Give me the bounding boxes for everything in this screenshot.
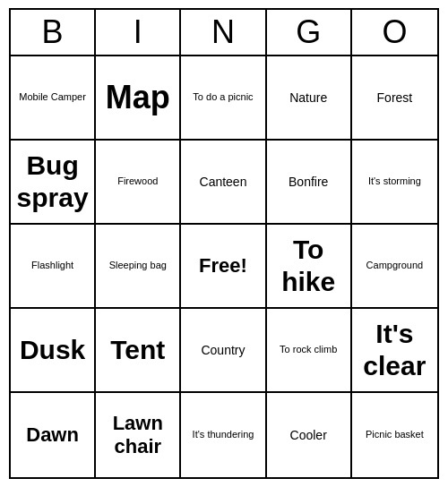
cell-text-1: Map [106, 78, 170, 116]
header-letter-i: I [96, 10, 181, 55]
cell-text-17: Country [201, 343, 245, 358]
bingo-cell-16[interactable]: Tent [96, 309, 181, 393]
header-letter-n: N [181, 10, 266, 55]
cell-text-16: Tent [110, 334, 165, 366]
header-letter-o: O [352, 10, 437, 55]
cell-text-23: Cooler [290, 428, 327, 443]
bingo-cell-12[interactable]: Free! [181, 225, 266, 309]
bingo-cell-21[interactable]: Lawn chair [96, 393, 181, 477]
cell-text-6: Firewood [117, 175, 158, 187]
bingo-cell-22[interactable]: It's thundering [181, 393, 266, 477]
cell-text-2: To do a picnic [193, 91, 253, 103]
bingo-cell-24[interactable]: Picnic basket [352, 393, 437, 477]
bingo-cell-3[interactable]: Nature [267, 56, 352, 141]
bingo-cell-15[interactable]: Dusk [11, 309, 96, 393]
bingo-cell-6[interactable]: Firewood [96, 141, 181, 225]
cell-text-12: Free! [199, 254, 247, 278]
cell-text-14: Campground [366, 260, 424, 271]
cell-text-24: Picnic basket [366, 429, 424, 440]
bingo-cell-9[interactable]: It's storming [352, 141, 437, 225]
bingo-cell-7[interactable]: Canteen [181, 141, 266, 225]
bingo-cell-1[interactable]: Map [96, 56, 181, 141]
cell-text-3: Nature [289, 90, 327, 106]
bingo-cell-2[interactable]: To do a picnic [181, 56, 266, 141]
bingo-cell-14[interactable]: Campground [352, 225, 437, 309]
bingo-cell-5[interactable]: Bug spray [11, 141, 96, 225]
bingo-cell-0[interactable]: Mobile Camper [11, 56, 96, 141]
cell-text-19: It's clear [356, 318, 434, 382]
header-letter-g: G [267, 10, 352, 55]
bingo-grid: Mobile CamperMapTo do a picnicNatureFore… [11, 56, 437, 477]
bingo-cell-13[interactable]: To hike [267, 225, 352, 309]
header-letter-b: B [11, 10, 96, 55]
cell-text-10: Flashlight [31, 260, 73, 271]
cell-text-8: Bonfire [289, 175, 328, 190]
cell-text-5: Bug spray [14, 150, 90, 214]
cell-text-0: Mobile Camper [19, 91, 86, 103]
bingo-cell-11[interactable]: Sleeping bag [96, 225, 181, 309]
cell-text-21: Lawn chair [99, 412, 176, 459]
cell-text-20: Dawn [26, 423, 79, 447]
bingo-cell-4[interactable]: Forest [352, 56, 437, 141]
bingo-card: BINGO Mobile CamperMapTo do a picnicNatu… [9, 8, 439, 479]
bingo-cell-10[interactable]: Flashlight [11, 225, 96, 309]
bingo-cell-8[interactable]: Bonfire [267, 141, 352, 225]
cell-text-4: Forest [377, 90, 413, 106]
cell-text-7: Canteen [200, 175, 247, 190]
bingo-cell-19[interactable]: It's clear [352, 309, 437, 393]
bingo-cell-17[interactable]: Country [181, 309, 266, 393]
bingo-cell-23[interactable]: Cooler [267, 393, 352, 477]
cell-text-22: It's thundering [193, 429, 254, 440]
cell-text-11: Sleeping bag [109, 260, 167, 271]
bingo-cell-18[interactable]: To rock climb [267, 309, 352, 393]
cell-text-15: Dusk [20, 334, 85, 366]
cell-text-9: It's storming [368, 175, 421, 187]
cell-text-18: To rock climb [280, 344, 337, 355]
bingo-cell-20[interactable]: Dawn [11, 393, 96, 477]
bingo-header: BINGO [11, 10, 437, 56]
cell-text-13: To hike [271, 234, 347, 298]
